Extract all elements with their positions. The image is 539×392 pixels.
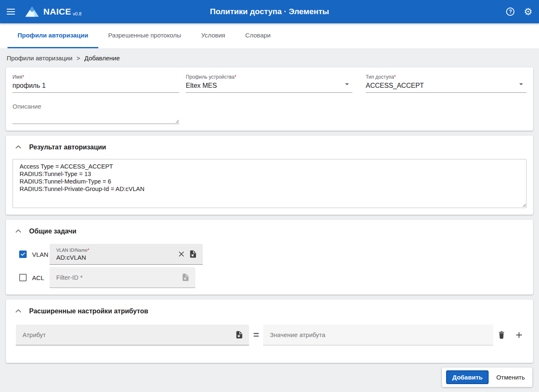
naice-logo (24, 5, 40, 18)
access-type-field: Тип доступа* (366, 73, 527, 93)
profile-form-card: Имя* Профиль устройства* Тип доступа* (6, 67, 533, 131)
tab-allowed-protocols[interactable]: Разрешенные протоколы (98, 23, 191, 48)
attribute-row: = (16, 325, 527, 356)
add-button[interactable]: Добавить (446, 370, 489, 384)
common-tasks-card: Общие задачи VLAN VLAN ID/Name* (6, 220, 533, 295)
collapse-chevron-up-icon[interactable] (13, 306, 23, 316)
auth-result-card: Результат авторизации Access Type = ACCE… (6, 136, 533, 215)
clear-icon[interactable] (175, 248, 187, 260)
vlan-checkbox[interactable] (19, 251, 27, 258)
tab-conditions[interactable]: Условия (191, 23, 235, 48)
auth-result-field: Access Type = ACCESS_ACCEPT RADIUS:Tunne… (12, 159, 527, 208)
cancel-button[interactable]: Отменить (493, 371, 528, 383)
device-profile-field: Профиль устройства* (186, 73, 352, 93)
auth-result-textarea[interactable]: Access Type = ACCESS_ACCEPT RADIUS:Tunne… (13, 159, 526, 208)
description-textarea[interactable] (12, 98, 179, 124)
vlan-checkbox-label: VLAN (32, 251, 50, 258)
collapse-chevron-up-icon[interactable] (13, 142, 23, 152)
description-field (12, 98, 179, 124)
name-field-label: Имя* (12, 74, 179, 80)
chevron-down-icon[interactable] (517, 79, 526, 89)
device-profile-select[interactable] (186, 80, 352, 92)
section-title-common-tasks: Общие задачи (29, 228, 76, 235)
filter-id-input[interactable] (56, 274, 180, 281)
equals-sign: = (253, 329, 259, 341)
access-type-select[interactable] (366, 80, 527, 92)
page-title: Политики доступа · Элементы (210, 7, 329, 16)
vlan-id-field-label: VLAN ID/Name* (56, 248, 175, 253)
device-profile-label: Профиль устройства* (186, 74, 352, 80)
acl-checkbox-label: ACL (32, 274, 50, 281)
paste-icon-disabled (180, 272, 191, 283)
collapse-chevron-up-icon[interactable] (13, 226, 23, 236)
form-actions: Добавить Отменить (442, 367, 532, 387)
vlan-id-field: VLAN ID/Name* (50, 244, 203, 265)
help-icon[interactable]: ? (506, 7, 514, 16)
attribute-value-field (263, 325, 493, 345)
add-row-icon[interactable] (513, 329, 525, 341)
acl-checkbox[interactable] (19, 274, 27, 281)
gear-icon[interactable]: ⚙ (524, 7, 532, 17)
mountain-logo-icon (24, 5, 40, 18)
app-bar: NAICE v0.8 Политики доступа · Элементы ?… (0, 0, 539, 23)
attribute-input[interactable] (22, 331, 233, 338)
tab-dictionaries[interactable]: Словари (235, 23, 281, 48)
filter-id-field (50, 267, 195, 288)
trash-icon[interactable] (496, 329, 507, 341)
acl-task-row: ACL (19, 267, 527, 288)
vlan-task-row: VLAN VLAN ID/Name* (19, 244, 527, 265)
name-input[interactable] (12, 80, 179, 92)
section-title-auth-result: Результат авторизации (29, 144, 106, 151)
vlan-id-input[interactable] (56, 253, 175, 261)
access-type-label: Тип доступа* (366, 74, 527, 80)
breadcrumb-separator: > (77, 55, 80, 62)
hamburger-menu-icon[interactable] (7, 7, 17, 17)
breadcrumb-current: Добавление (85, 55, 120, 62)
app-version: v0.8 (73, 11, 82, 16)
section-title-advanced: Расширенные настройки атрибутов (29, 308, 148, 315)
breadcrumb-root[interactable]: Профили авторизации (7, 55, 72, 62)
attribute-value-input[interactable] (270, 331, 487, 338)
attribute-field (16, 325, 249, 345)
chevron-down-icon[interactable] (342, 79, 352, 89)
paste-icon[interactable] (187, 248, 199, 260)
paste-icon[interactable] (233, 329, 245, 341)
brand-name: NAICE (43, 7, 71, 17)
tab-auth-profiles[interactable]: Профили авторизации (7, 23, 98, 48)
advanced-attributes-card: Расширенные настройки атрибутов = (6, 300, 533, 363)
breadcrumb: Профили авторизации > Добавление (0, 48, 539, 67)
name-field: Имя* (12, 73, 179, 93)
tab-bar: Профили авторизации Разрешенные протокол… (0, 23, 539, 48)
